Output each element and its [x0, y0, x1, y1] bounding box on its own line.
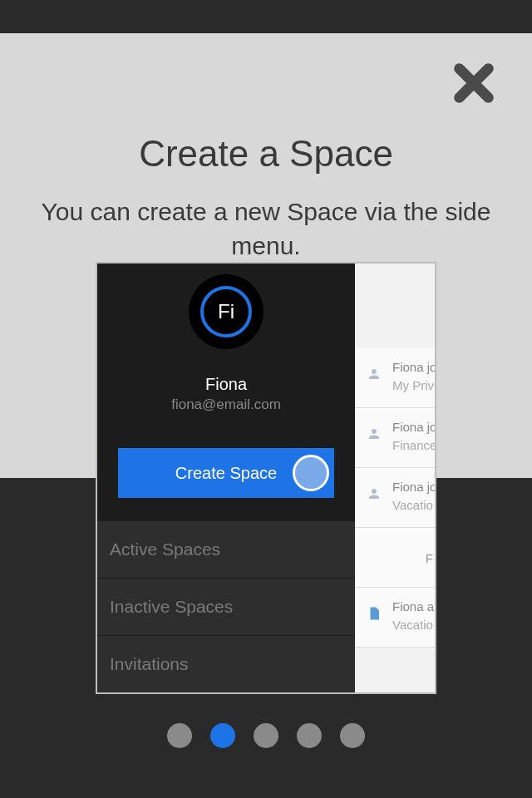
user-icon	[367, 426, 382, 441]
feed-center-label: F	[426, 551, 433, 565]
user-name: Fiona	[97, 375, 355, 394]
close-button[interactable]	[449, 58, 499, 108]
tap-indicator-icon	[293, 455, 329, 491]
document-icon	[367, 606, 382, 621]
status-bar	[0, 0, 532, 33]
feed-line2: Finance	[392, 438, 436, 452]
close-icon	[449, 58, 499, 108]
page-dot-3[interactable]	[254, 723, 278, 748]
app-preview-frame: Fiona jo My Priv Fiona jo Finance Fiona …	[96, 262, 436, 694]
pagination-dots	[0, 723, 532, 748]
page-dot-2[interactable]	[210, 723, 235, 748]
sidebar-item-active-spaces[interactable]: Active Spaces	[97, 521, 355, 579]
sidebar-item-invitations[interactable]: Invitations	[97, 636, 355, 693]
feed-item: Fiona jo My Priv	[355, 348, 436, 408]
page-dot-1[interactable]	[167, 723, 192, 748]
sidebar-item-label: Invitations	[110, 654, 189, 674]
sidebar-item-label: Active Spaces	[110, 539, 220, 559]
feed-item: F	[355, 528, 436, 588]
tutorial-title: Create a Space	[0, 133, 532, 175]
sidebar-item-label: Inactive Spaces	[110, 597, 233, 617]
feed-line1: Fiona a	[392, 599, 434, 613]
feed-item: Fiona a Vacatio	[355, 588, 436, 648]
feed-line2: Vacatio	[392, 618, 433, 632]
user-icon	[367, 486, 382, 501]
avatar-initials: Fi	[200, 286, 252, 337]
user-icon	[367, 367, 382, 382]
feed-line2: Vacatio	[392, 498, 433, 512]
feed-line1: Fiona jo	[392, 420, 436, 434]
feed-item: Fiona jo Vacatio	[355, 468, 436, 528]
feed-line2: My Priv	[392, 378, 434, 392]
create-space-button[interactable]: Create Space	[118, 448, 334, 498]
page-dot-4[interactable]	[297, 723, 322, 748]
feed-item: Fiona jo Finance	[355, 408, 436, 468]
user-email: fiona@email.com	[97, 397, 355, 413]
side-menu: Fi Fiona fiona@email.com Create Space Ac…	[97, 264, 355, 692]
avatar[interactable]: Fi	[189, 274, 264, 349]
create-space-label: Create Space	[175, 464, 277, 483]
tutorial-subtitle: You can create a new Space via the side …	[25, 195, 507, 263]
feed-line1: Fiona jo	[392, 480, 436, 494]
page-dot-5[interactable]	[340, 723, 365, 748]
sidebar-item-inactive-spaces[interactable]: Inactive Spaces	[97, 579, 355, 636]
feed-panel: Fiona jo My Priv Fiona jo Finance Fiona …	[355, 264, 436, 692]
feed-line1: Fiona jo	[392, 360, 436, 374]
